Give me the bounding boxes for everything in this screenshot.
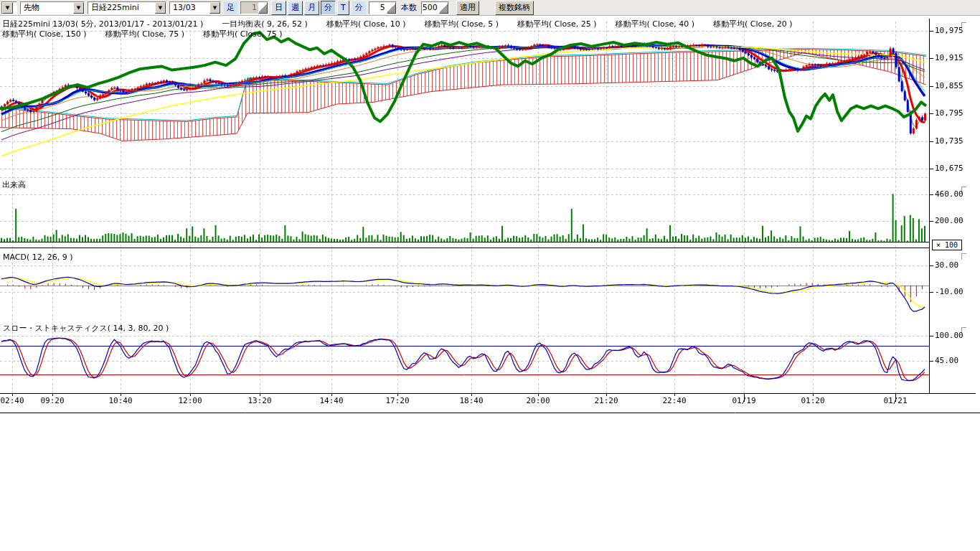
volume-axis-label: 460.00 (935, 189, 963, 199)
period-button-T[interactable]: T (337, 1, 349, 15)
minute-spinner[interactable]: 5 (369, 1, 397, 14)
symbol-combo[interactable]: 日経225mini ▼ (88, 1, 166, 14)
bar-interval-spinner[interactable]: 1 (240, 1, 268, 14)
price-axis-label: 10,735 (935, 136, 963, 146)
multi-symbol-button[interactable]: 複数銘柄 (495, 1, 534, 15)
macd-axis-label: 30.00 (935, 260, 958, 270)
pane-resize-mark[interactable] (961, 253, 966, 260)
indicator-label: 移動平均( Close, 75 ) (105, 29, 185, 39)
symbol-combo-value: 日経225mini (88, 2, 155, 13)
time-axis-label: 20:00 (526, 396, 550, 405)
macd-axis-label: -10.00 (935, 287, 963, 296)
mini-combo[interactable]: ▼ (1, 1, 17, 14)
contract-month-value: 13/03 (170, 3, 209, 12)
indicator-label: 移動平均( Close, 20 ) (713, 19, 793, 29)
price-axis-label: 10,975 (935, 26, 963, 35)
volume-multiplier-badge: × 100 (932, 240, 962, 250)
period-button-月[interactable]: 月 (304, 1, 319, 15)
instrument-combo-value: 先物 (21, 2, 73, 13)
time-axis-label: 17:20 (385, 396, 409, 405)
period-button-分[interactable]: 分 (321, 1, 336, 15)
time-axis-label: 09:20 (40, 396, 64, 405)
chevron-down-icon[interactable]: ▼ (209, 2, 220, 14)
count-value: 500 (422, 3, 439, 12)
time-axis-label: 01:20 (801, 396, 824, 405)
chart-header-line2: 移動平均( Close, 150 )移動平均( Close, 75 )移動平均(… (2, 29, 301, 39)
spinner-icon[interactable] (439, 2, 448, 14)
apply-button[interactable]: 適用 (456, 1, 479, 15)
chevron-down-icon[interactable]: ▼ (155, 2, 166, 14)
chart-application-window: ▼ 先物 ▼ 日経225mini ▼ 13/03 ▼ 足 1 日週月分T 分 5… (0, 0, 980, 551)
period-button-group: 日週月分T (271, 1, 349, 15)
chart-canvas[interactable] (0, 0, 980, 551)
indicator-label: 日経225mini 13/03( 5分, 2013/01/17 - 2013/0… (2, 19, 203, 29)
time-axis-label: 13:20 (248, 396, 271, 405)
indicator-label: 移動平均( Close, 25 ) (517, 19, 597, 29)
indicator-label: 移動平均( Close, 40 ) (616, 19, 695, 29)
indicator-label: 移動平均( Close, 10 ) (326, 19, 406, 29)
time-axis-label: 01/19 (732, 396, 755, 405)
spinner-icon[interactable] (258, 2, 268, 14)
indicator-label: 移動平均( Close, 150 ) (2, 29, 87, 39)
bar-type-label: 足 (224, 1, 237, 14)
time-axis-label: 14:40 (319, 396, 343, 405)
stoch-axis-label: 100.00 (935, 331, 963, 340)
count-label: 本数 (400, 2, 418, 13)
period-button-日[interactable]: 日 (271, 1, 286, 15)
macd-panel-label: MACD( 12, 26, 9 ) (3, 253, 73, 262)
price-axis-label: 10,675 (935, 164, 963, 173)
volume-panel-label: 出来高 (2, 179, 26, 190)
price-axis-label: 10,795 (935, 108, 963, 118)
time-axis-label: 18:40 (459, 396, 483, 405)
chevron-down-icon[interactable]: ▼ (2, 2, 13, 14)
toolbar: ▼ 先物 ▼ 日経225mini ▼ 13/03 ▼ 足 1 日週月分T 分 5… (0, 0, 980, 16)
spinner-icon[interactable] (387, 2, 396, 14)
price-axis-label: 10,855 (935, 81, 963, 90)
chevron-down-icon[interactable]: ▼ (73, 2, 84, 14)
minute-label: 分 (352, 1, 366, 14)
indicator-label: 移動平均( Close, 75 ) (203, 29, 283, 39)
chart-header-line1: 日経225mini 13/03( 5分, 2013/01/17 - 2013/0… (2, 19, 811, 29)
time-axis-label: 21:20 (594, 396, 618, 405)
time-axis-label: 01/21 (883, 396, 907, 405)
time-axis-label: 02:40 (0, 396, 24, 405)
price-axis-label: 10,915 (935, 53, 963, 62)
minute-value: 5 (369, 3, 387, 12)
count-spinner[interactable]: 500 (421, 1, 449, 14)
indicator-label: 一目均衡表( 9, 26, 52 ) (222, 19, 308, 29)
indicator-label: 移動平均( Close, 5 ) (424, 19, 499, 29)
contract-month-combo[interactable]: 13/03 ▼ (169, 1, 221, 14)
time-axis-label: 10:40 (108, 396, 132, 405)
stoch-panel-label: スロー・ストキャスティクス( 14, 3, 80, 20 ) (3, 323, 169, 334)
time-axis-label: 12:00 (178, 396, 202, 405)
stoch-axis-label: 45.00 (935, 356, 958, 365)
instrument-combo[interactable]: 先物 ▼ (20, 1, 85, 14)
period-button-週[interactable]: 週 (288, 1, 303, 15)
time-axis-label: 22:40 (662, 396, 686, 405)
bar-interval-value: 1 (241, 3, 258, 12)
volume-axis-label: 200.00 (935, 216, 963, 225)
